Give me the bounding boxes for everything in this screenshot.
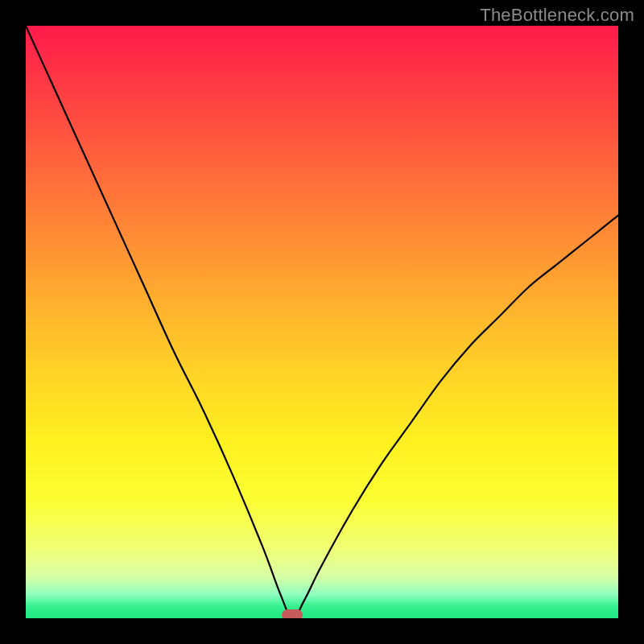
plot-area	[26, 26, 618, 618]
curve-svg	[26, 26, 618, 618]
chart-frame: TheBottleneck.com	[0, 0, 644, 644]
watermark-text: TheBottleneck.com	[480, 5, 634, 26]
bottleneck-curve	[26, 26, 618, 618]
minimum-marker	[282, 609, 303, 618]
